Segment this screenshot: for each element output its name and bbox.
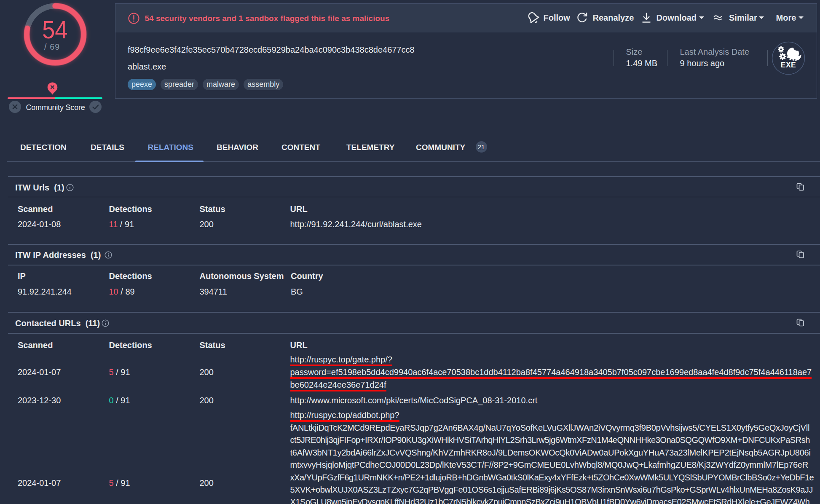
svg-text:EXE: EXE [781,61,796,69]
